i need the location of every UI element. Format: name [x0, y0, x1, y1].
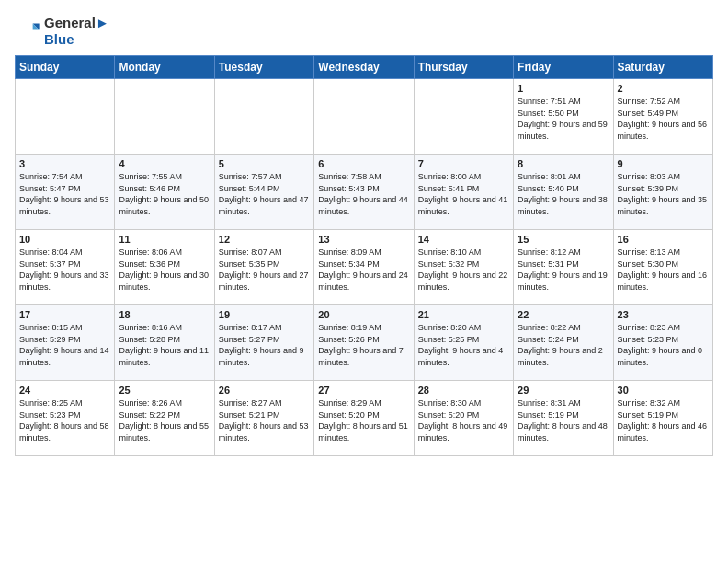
- day-info: Sunrise: 8:06 AM Sunset: 5:36 PM Dayligh…: [119, 247, 210, 293]
- calendar-cell: 23Sunrise: 8:23 AM Sunset: 5:23 PM Dayli…: [613, 305, 712, 381]
- day-info: Sunrise: 8:13 AM Sunset: 5:30 PM Dayligh…: [618, 247, 709, 293]
- day-info: Sunrise: 8:03 AM Sunset: 5:39 PM Dayligh…: [618, 171, 709, 217]
- day-number: 25: [119, 385, 210, 396]
- day-info: Sunrise: 8:00 AM Sunset: 5:41 PM Dayligh…: [418, 171, 509, 217]
- weekday-header-wednesday: Wednesday: [314, 56, 414, 79]
- day-info: Sunrise: 8:26 AM Sunset: 5:22 PM Dayligh…: [119, 397, 210, 443]
- calendar-table: SundayMondayTuesdayWednesdayThursdayFrid…: [15, 55, 713, 456]
- day-number: 4: [119, 158, 210, 169]
- weekday-header-friday: Friday: [514, 56, 613, 79]
- page-header: General► Blue: [15, 15, 713, 48]
- day-number: 12: [219, 234, 310, 245]
- day-info: Sunrise: 8:22 AM Sunset: 5:24 PM Dayligh…: [518, 322, 609, 368]
- day-number: 26: [219, 385, 310, 396]
- calendar-cell: 10Sunrise: 8:04 AM Sunset: 5:37 PM Dayli…: [16, 230, 115, 305]
- day-number: 27: [318, 385, 409, 396]
- day-number: 20: [318, 309, 409, 320]
- calendar-cell: 21Sunrise: 8:20 AM Sunset: 5:25 PM Dayli…: [414, 305, 513, 381]
- day-number: 10: [19, 234, 110, 245]
- calendar-cell: 25Sunrise: 8:26 AM Sunset: 5:22 PM Dayli…: [115, 381, 214, 456]
- calendar-cell: 6Sunrise: 7:58 AM Sunset: 5:43 PM Daylig…: [314, 155, 414, 230]
- day-info: Sunrise: 7:52 AM Sunset: 5:49 PM Dayligh…: [618, 96, 709, 142]
- day-number: 18: [119, 309, 210, 320]
- day-number: 29: [518, 385, 609, 396]
- day-info: Sunrise: 7:55 AM Sunset: 5:46 PM Dayligh…: [119, 171, 210, 217]
- calendar-cell: 12Sunrise: 8:07 AM Sunset: 5:35 PM Dayli…: [214, 230, 313, 305]
- calendar-body: 1Sunrise: 7:51 AM Sunset: 5:50 PM Daylig…: [16, 79, 713, 456]
- calendar-week-3: 10Sunrise: 8:04 AM Sunset: 5:37 PM Dayli…: [16, 230, 713, 305]
- calendar-cell: 3Sunrise: 7:54 AM Sunset: 5:47 PM Daylig…: [16, 155, 115, 230]
- day-info: Sunrise: 8:01 AM Sunset: 5:40 PM Dayligh…: [518, 171, 609, 217]
- calendar-cell: 24Sunrise: 8:25 AM Sunset: 5:23 PM Dayli…: [16, 381, 115, 456]
- weekday-header-saturday: Saturday: [613, 56, 712, 79]
- day-number: 8: [518, 158, 609, 169]
- logo: General► Blue: [15, 15, 109, 48]
- day-number: 1: [518, 83, 609, 94]
- calendar-cell: 28Sunrise: 8:30 AM Sunset: 5:20 PM Dayli…: [414, 381, 513, 456]
- day-info: Sunrise: 7:57 AM Sunset: 5:44 PM Dayligh…: [219, 171, 310, 217]
- calendar-cell: 14Sunrise: 8:10 AM Sunset: 5:32 PM Dayli…: [414, 230, 513, 305]
- weekday-header-tuesday: Tuesday: [214, 56, 313, 79]
- day-info: Sunrise: 8:31 AM Sunset: 5:19 PM Dayligh…: [518, 397, 609, 443]
- calendar-cell: 30Sunrise: 8:32 AM Sunset: 5:19 PM Dayli…: [613, 381, 712, 456]
- calendar-week-5: 24Sunrise: 8:25 AM Sunset: 5:23 PM Dayli…: [16, 381, 713, 456]
- calendar-cell: [214, 79, 313, 155]
- day-number: 30: [618, 385, 709, 396]
- day-number: 14: [418, 234, 509, 245]
- calendar-cell: 29Sunrise: 8:31 AM Sunset: 5:19 PM Dayli…: [514, 381, 613, 456]
- day-number: 6: [318, 158, 409, 169]
- day-info: Sunrise: 8:27 AM Sunset: 5:21 PM Dayligh…: [219, 397, 310, 443]
- calendar-cell: [414, 79, 513, 155]
- day-info: Sunrise: 8:20 AM Sunset: 5:25 PM Dayligh…: [418, 322, 509, 368]
- day-number: 13: [318, 234, 409, 245]
- day-number: 15: [518, 234, 609, 245]
- calendar-cell: 5Sunrise: 7:57 AM Sunset: 5:44 PM Daylig…: [214, 155, 313, 230]
- day-number: 11: [119, 234, 210, 245]
- day-info: Sunrise: 8:25 AM Sunset: 5:23 PM Dayligh…: [19, 397, 110, 443]
- day-number: 24: [19, 385, 110, 396]
- calendar-cell: 9Sunrise: 8:03 AM Sunset: 5:39 PM Daylig…: [613, 155, 712, 230]
- calendar-cell: 13Sunrise: 8:09 AM Sunset: 5:34 PM Dayli…: [314, 230, 414, 305]
- calendar-week-2: 3Sunrise: 7:54 AM Sunset: 5:47 PM Daylig…: [16, 155, 713, 230]
- day-info: Sunrise: 8:17 AM Sunset: 5:27 PM Dayligh…: [219, 322, 310, 368]
- calendar-cell: 22Sunrise: 8:22 AM Sunset: 5:24 PM Dayli…: [514, 305, 613, 381]
- day-info: Sunrise: 8:16 AM Sunset: 5:28 PM Dayligh…: [119, 322, 210, 368]
- calendar-week-1: 1Sunrise: 7:51 AM Sunset: 5:50 PM Daylig…: [16, 79, 713, 155]
- day-number: 5: [219, 158, 310, 169]
- day-info: Sunrise: 8:30 AM Sunset: 5:20 PM Dayligh…: [418, 397, 509, 443]
- calendar-cell: 20Sunrise: 8:19 AM Sunset: 5:26 PM Dayli…: [314, 305, 414, 381]
- day-info: Sunrise: 8:07 AM Sunset: 5:35 PM Dayligh…: [219, 247, 310, 293]
- calendar-cell: 1Sunrise: 7:51 AM Sunset: 5:50 PM Daylig…: [514, 79, 613, 155]
- calendar-cell: 19Sunrise: 8:17 AM Sunset: 5:27 PM Dayli…: [214, 305, 313, 381]
- day-info: Sunrise: 8:19 AM Sunset: 5:26 PM Dayligh…: [318, 322, 409, 368]
- day-info: Sunrise: 8:29 AM Sunset: 5:20 PM Dayligh…: [318, 397, 409, 443]
- day-number: 22: [518, 309, 609, 320]
- calendar-cell: 8Sunrise: 8:01 AM Sunset: 5:40 PM Daylig…: [514, 155, 613, 230]
- day-number: 19: [219, 309, 310, 320]
- day-info: Sunrise: 7:58 AM Sunset: 5:43 PM Dayligh…: [318, 171, 409, 217]
- weekday-header-row: SundayMondayTuesdayWednesdayThursdayFrid…: [16, 56, 713, 79]
- day-number: 3: [19, 158, 110, 169]
- calendar-cell: 26Sunrise: 8:27 AM Sunset: 5:21 PM Dayli…: [214, 381, 313, 456]
- calendar-cell: 17Sunrise: 8:15 AM Sunset: 5:29 PM Dayli…: [16, 305, 115, 381]
- weekday-header-sunday: Sunday: [16, 56, 115, 79]
- day-number: 21: [418, 309, 509, 320]
- calendar-cell: 2Sunrise: 7:52 AM Sunset: 5:49 PM Daylig…: [613, 79, 712, 155]
- calendar-cell: 15Sunrise: 8:12 AM Sunset: 5:31 PM Dayli…: [514, 230, 613, 305]
- day-number: 7: [418, 158, 509, 169]
- day-info: Sunrise: 8:15 AM Sunset: 5:29 PM Dayligh…: [19, 322, 110, 368]
- calendar-cell: 7Sunrise: 8:00 AM Sunset: 5:41 PM Daylig…: [414, 155, 513, 230]
- day-info: Sunrise: 8:12 AM Sunset: 5:31 PM Dayligh…: [518, 247, 609, 293]
- day-number: 23: [618, 309, 709, 320]
- calendar-cell: 16Sunrise: 8:13 AM Sunset: 5:30 PM Dayli…: [613, 230, 712, 305]
- calendar-cell: 4Sunrise: 7:55 AM Sunset: 5:46 PM Daylig…: [115, 155, 214, 230]
- calendar-week-4: 17Sunrise: 8:15 AM Sunset: 5:29 PM Dayli…: [16, 305, 713, 381]
- weekday-header-monday: Monday: [115, 56, 214, 79]
- day-number: 16: [618, 234, 709, 245]
- day-info: Sunrise: 7:54 AM Sunset: 5:47 PM Dayligh…: [19, 171, 110, 217]
- logo-text: General► Blue: [44, 15, 109, 48]
- calendar-cell: [16, 79, 115, 155]
- calendar-cell: [314, 79, 414, 155]
- day-info: Sunrise: 8:09 AM Sunset: 5:34 PM Dayligh…: [318, 247, 409, 293]
- calendar-cell: [115, 79, 214, 155]
